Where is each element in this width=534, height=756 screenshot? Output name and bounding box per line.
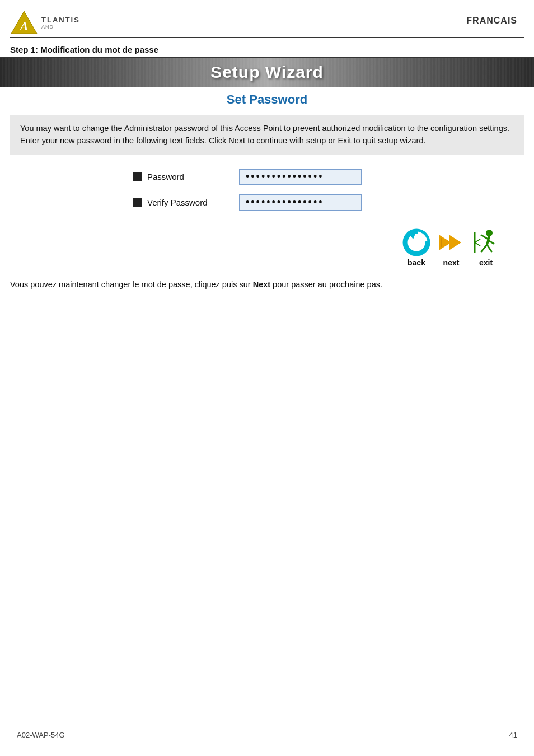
svg-line-10 (488, 240, 494, 244)
language-label: FRANCAIS (466, 10, 517, 26)
verify-label-text: Verify Password (147, 198, 208, 207)
atlantis-logo-icon: A (10, 10, 38, 35)
password-input[interactable] (239, 169, 362, 185)
step-title: Step 1: Modification du mot de passe (0, 40, 534, 58)
next-button[interactable]: next (437, 228, 466, 267)
exit-button[interactable]: exit (471, 228, 500, 267)
next-icon (437, 228, 466, 257)
wizard-banner-title: Setup Wizard (210, 63, 324, 82)
exit-icon (471, 228, 500, 257)
logo-brand-text: TLANTIS (41, 16, 80, 24)
navigation-buttons: back next (0, 228, 500, 267)
svg-text:A: A (19, 19, 29, 33)
logo-sub-text: AND (41, 24, 80, 30)
model-number: A02-WAP-54G (17, 731, 65, 739)
verify-label-area: Verify Password (133, 198, 222, 207)
footer-next-word: Next (253, 280, 270, 289)
header-divider (10, 37, 524, 38)
footer-instruction: Vous pouvez maintenant changer le mot de… (10, 278, 524, 291)
back-label: back (407, 258, 425, 267)
password-icon (133, 172, 142, 181)
svg-marker-5 (449, 235, 461, 250)
next-label: next (443, 258, 460, 267)
back-icon (402, 228, 431, 257)
svg-point-2 (404, 230, 429, 255)
description-text: You may want to change the Administrator… (20, 124, 509, 145)
svg-line-12 (487, 245, 491, 251)
logo-area: A TLANTIS AND (10, 10, 80, 35)
wizard-subtitle: Set Password (0, 87, 534, 115)
svg-line-11 (481, 245, 487, 251)
wizard-banner: Setup Wizard (0, 58, 534, 87)
verify-password-input[interactable] (239, 194, 362, 211)
exit-label: exit (479, 258, 493, 267)
footer-text-after: pour passer au prochaine pas. (270, 280, 382, 289)
footer-text-before: Vous pouvez maintenant changer le mot de… (10, 280, 253, 289)
page-header: A TLANTIS AND FRANCAIS (0, 0, 534, 35)
svg-line-9 (481, 235, 488, 239)
page-number: 41 (509, 731, 517, 739)
verify-password-row: Verify Password (133, 194, 401, 211)
password-form: Password Verify Password (0, 169, 534, 211)
page-footer: A02-WAP-54G 41 (0, 726, 534, 739)
password-label-text: Password (147, 172, 184, 181)
logo-text: TLANTIS AND (41, 16, 80, 30)
back-button[interactable]: back (402, 228, 431, 267)
verify-icon (133, 198, 142, 207)
password-row: Password (133, 169, 401, 185)
description-box: You may want to change the Administrator… (10, 115, 524, 155)
password-label-area: Password (133, 172, 222, 181)
